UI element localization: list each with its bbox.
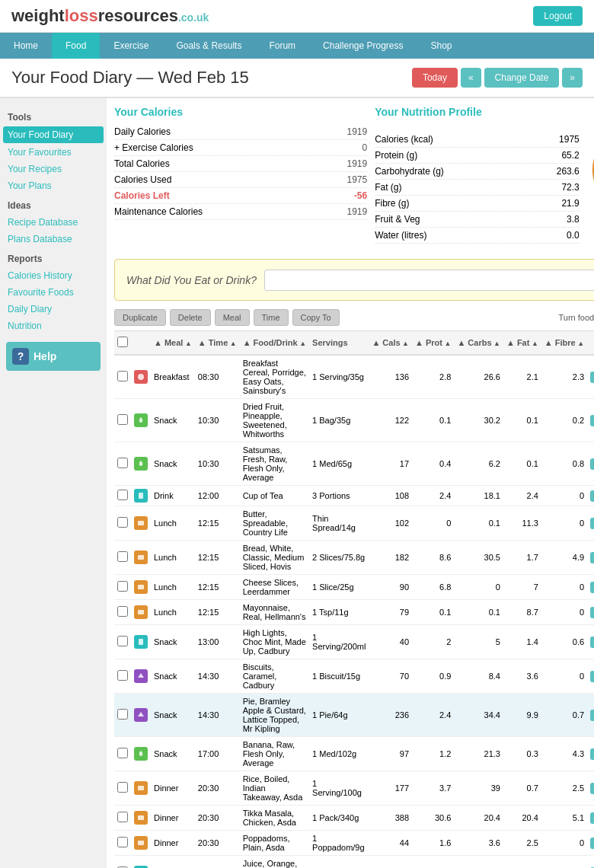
row-fibre: 0 bbox=[541, 831, 587, 856]
cal-row-maintenance: Maintenance Calories 1919 bbox=[114, 204, 367, 220]
edit-button[interactable]: Edit bbox=[590, 458, 594, 470]
prev-date-button[interactable]: « bbox=[461, 68, 481, 88]
edit-button[interactable]: Edit bbox=[590, 490, 594, 502]
row-select-checkbox[interactable] bbox=[117, 517, 128, 528]
edit-button[interactable]: Edit bbox=[590, 748, 594, 760]
sidebar-tools-title: Tools bbox=[0, 106, 107, 126]
edit-button[interactable]: Edit bbox=[590, 812, 594, 824]
th-prot[interactable]: ▲ Prot bbox=[412, 331, 454, 355]
row-food: Mayonnaise, Real, Hellmann's bbox=[240, 600, 309, 625]
row-prot: 3.7 bbox=[412, 771, 454, 806]
th-food[interactable]: ▲ Food/Drink bbox=[240, 331, 309, 355]
nav-forum[interactable]: Forum bbox=[255, 33, 309, 59]
nav-home[interactable]: Home bbox=[0, 33, 52, 59]
row-fibre: 5.1 bbox=[541, 806, 587, 831]
row-carbs: 0 bbox=[454, 575, 503, 600]
sidebar-ideas-title: Ideas bbox=[0, 194, 107, 214]
edit-button[interactable]: Edit bbox=[590, 415, 594, 426]
nav-food[interactable]: Food bbox=[52, 33, 100, 59]
row-time: 20:30 bbox=[195, 771, 240, 806]
nav-shop[interactable]: Shop bbox=[417, 33, 466, 59]
logout-button[interactable]: Logout bbox=[533, 6, 583, 26]
row-select-checkbox[interactable] bbox=[117, 837, 128, 847]
nav-goals[interactable]: Goals & Results bbox=[162, 33, 255, 59]
row-cals: 122 bbox=[369, 399, 412, 442]
sidebar-item-plans[interactable]: Your Plans bbox=[0, 177, 107, 194]
row-select-checkbox[interactable] bbox=[117, 709, 128, 720]
change-date-button[interactable]: Change Date bbox=[484, 68, 560, 88]
row-servings: 1 Pack/340g bbox=[309, 806, 369, 831]
row-meal: dinner bbox=[151, 806, 195, 831]
edit-button[interactable]: Edit bbox=[590, 607, 594, 618]
row-time: 12:15 bbox=[195, 541, 240, 575]
edit-button[interactable]: Edit bbox=[590, 783, 594, 794]
table-row: lunch 12:15 Cheese Slices, Leerdammer 1 … bbox=[114, 575, 594, 600]
copy-to-button[interactable]: Copy To bbox=[292, 309, 340, 326]
sidebar-item-plans-db[interactable]: Plans Database bbox=[0, 231, 107, 247]
row-select-checkbox[interactable] bbox=[117, 748, 128, 758]
sidebar-item-nutrition[interactable]: Nutrition bbox=[0, 318, 107, 334]
sidebar-item-food-diary[interactable]: Your Food Diary bbox=[3, 126, 104, 143]
cal-label: Daily Calories bbox=[114, 126, 171, 137]
row-icon-cell bbox=[131, 355, 151, 399]
row-time: 20:30 bbox=[195, 806, 240, 831]
search-input[interactable] bbox=[264, 270, 594, 291]
delete-button[interactable]: Delete bbox=[170, 309, 211, 326]
time-button[interactable]: Time bbox=[254, 309, 289, 326]
th-time[interactable]: ▲ Time bbox=[195, 331, 240, 355]
sidebar-item-recipes[interactable]: Your Recipes bbox=[0, 161, 107, 177]
row-select-checkbox[interactable] bbox=[117, 371, 128, 381]
row-fibre: 2.5 bbox=[541, 771, 587, 806]
row-time: 14:30 bbox=[195, 694, 240, 737]
row-edit-cell: Edit bbox=[587, 737, 594, 771]
duplicate-button[interactable]: Duplicate bbox=[114, 309, 166, 326]
row-select-checkbox[interactable] bbox=[117, 606, 128, 617]
sidebar-item-recipe-db[interactable]: Recipe Database bbox=[0, 214, 107, 231]
edit-button[interactable]: Edit bbox=[590, 552, 594, 563]
row-prot: 2.4 bbox=[412, 486, 454, 506]
cal-label: + Exercise Calories bbox=[114, 142, 193, 153]
edit-button[interactable]: Edit bbox=[590, 518, 594, 529]
row-food: Juice, Orange, Pure, Smooth, Average bbox=[240, 856, 309, 869]
row-time: 10:30 bbox=[195, 399, 240, 442]
edit-button[interactable]: Edit bbox=[590, 582, 594, 593]
row-select-checkbox[interactable] bbox=[117, 636, 128, 646]
sidebar-item-favourites[interactable]: Your Favourites bbox=[0, 144, 107, 161]
edit-button[interactable]: Edit bbox=[590, 637, 594, 648]
row-select-checkbox[interactable] bbox=[117, 782, 128, 793]
row-select-checkbox[interactable] bbox=[117, 414, 128, 425]
today-button[interactable]: Today bbox=[412, 68, 458, 88]
row-select-checkbox[interactable] bbox=[117, 490, 128, 500]
row-select-checkbox[interactable] bbox=[117, 551, 128, 562]
meal-button[interactable]: Meal bbox=[215, 309, 250, 326]
row-select-checkbox[interactable] bbox=[117, 670, 128, 681]
edit-button[interactable]: Edit bbox=[590, 671, 594, 682]
row-select-checkbox[interactable] bbox=[117, 581, 128, 592]
nav-challenge[interactable]: Challenge Progress bbox=[309, 33, 417, 59]
row-icon-cell bbox=[131, 806, 151, 831]
edit-button[interactable]: Edit bbox=[590, 372, 594, 383]
th-meal[interactable]: ▲ Meal bbox=[151, 331, 195, 355]
meal-icon bbox=[134, 836, 148, 850]
nut-row: Water (litres)0.0 bbox=[375, 228, 580, 244]
dessert-icon bbox=[136, 710, 145, 720]
row-carbs: 30.5 bbox=[454, 541, 503, 575]
select-all-checkbox[interactable] bbox=[117, 337, 128, 347]
edit-button[interactable]: Edit bbox=[590, 710, 594, 721]
row-select-checkbox[interactable] bbox=[117, 812, 128, 822]
th-carbs[interactable]: ▲ Carbs bbox=[454, 331, 503, 355]
cal-label: Calories Left bbox=[114, 190, 170, 201]
edit-button[interactable]: Edit bbox=[590, 838, 594, 849]
help-box[interactable]: ? Help bbox=[6, 342, 101, 371]
row-servings: 1 Biscuit/15g bbox=[309, 659, 369, 694]
next-date-button[interactable]: » bbox=[562, 68, 583, 88]
sidebar-item-daily-diary[interactable]: Daily Diary bbox=[0, 301, 107, 318]
sidebar-item-favourite-foods[interactable]: Favourite Foods bbox=[0, 284, 107, 301]
th-cals[interactable]: ▲ Cals bbox=[369, 331, 412, 355]
nav-exercise[interactable]: Exercise bbox=[100, 33, 162, 59]
sidebar-item-calories-history[interactable]: Calories History bbox=[0, 267, 107, 284]
row-cals: 108 bbox=[369, 486, 412, 506]
th-fat[interactable]: ▲ Fat bbox=[503, 331, 541, 355]
th-fibre[interactable]: ▲ Fibre bbox=[541, 331, 587, 355]
row-select-checkbox[interactable] bbox=[117, 458, 128, 468]
